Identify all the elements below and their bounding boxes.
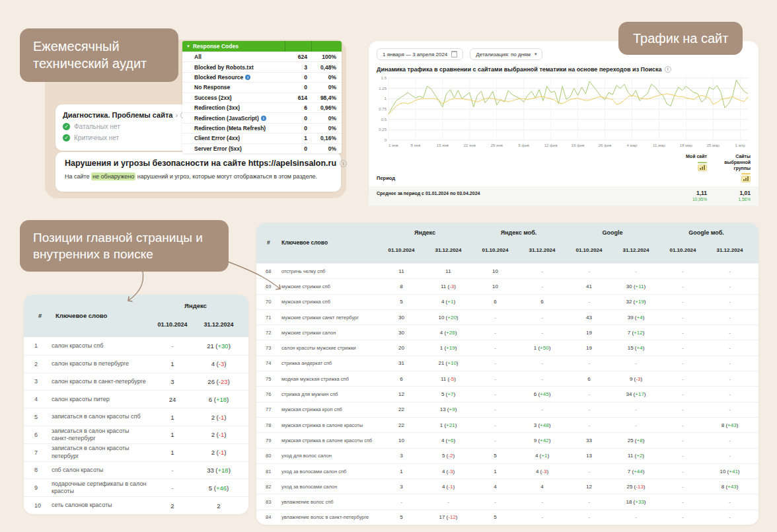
position-value: 5 — [472, 453, 519, 459]
position-value: 7 (+12) — [612, 330, 659, 336]
position-value: 1 — [149, 414, 196, 421]
num-column-header: # — [267, 239, 270, 246]
keyword-row: 84увлажнение волос в санкт-петербурге517… — [256, 510, 758, 525]
position-value: - — [472, 406, 519, 412]
keyword-row: 77мужская стрижка кроп спб2213 (+9)-----… — [256, 402, 758, 417]
big-table-body: 68отстричь челку спб111110-----69мужские… — [256, 263, 758, 525]
position-value: 20 — [378, 345, 425, 351]
response-code-label: No Response — [194, 84, 285, 91]
position-value: - — [706, 453, 753, 459]
position-value: - — [519, 284, 566, 289]
position-value: - — [566, 391, 612, 397]
group-average-value: 1,01 — [739, 190, 751, 196]
position-value: 34 (+17) — [612, 391, 659, 397]
position-value: 12 — [378, 391, 425, 397]
response-code-count: 1 — [285, 135, 307, 141]
diagnostics-items: ✓Фатальных нет✓Критичных нет — [63, 123, 180, 141]
position-value: 5 (+7) — [425, 391, 472, 397]
position-value: - — [659, 422, 706, 428]
position-value: 26 (-23) — [196, 378, 242, 385]
position-value: - — [659, 299, 706, 305]
keyword: записаться в салон красоты петербург — [52, 445, 149, 460]
position-value: 2 — [196, 502, 242, 510]
engine-group-header: Google — [566, 229, 659, 236]
svg-text:4 мар: 4 мар — [627, 143, 638, 147]
row-number: 8 — [34, 467, 52, 473]
row-number: 74 — [266, 360, 281, 366]
position-value: 30 — [378, 330, 425, 336]
position-value: 33 (+18) — [196, 467, 242, 474]
position-value: - — [612, 360, 659, 366]
response-codes-header[interactable]: ▼ Response Codes — [182, 41, 342, 52]
position-value: 13 (+9) — [425, 406, 472, 412]
date-column-header: 01.10.2024 — [149, 321, 196, 328]
response-code-label: Blocked by Robots.txt — [194, 64, 285, 71]
svg-text:1 апр: 1 апр — [735, 143, 746, 147]
row-number: 9 — [34, 484, 52, 491]
position-value: 5 — [472, 514, 519, 520]
my-site-average: 1,11 10,95% — [677, 190, 707, 202]
svg-text:19 фев: 19 фев — [572, 143, 585, 147]
svg-text:25 мар: 25 мар — [707, 143, 720, 147]
row-number: 77 — [266, 406, 281, 412]
response-code-label: Redirection (Meta Refresh) — [194, 125, 285, 132]
keyword-row: 9подарочные сертификаты в салон красоты-… — [24, 478, 248, 496]
response-code-row: Redirection (Meta Refresh)00% — [182, 123, 342, 133]
info-icon[interactable]: i — [340, 160, 347, 167]
response-codes-table: ▼ Response Codes All624100%Blocked by Ro… — [182, 41, 342, 153]
date-range-picker[interactable]: 1 января — 3 апреля 2024 — [377, 48, 463, 60]
position-value: - — [566, 299, 612, 305]
my-site-legend-icon[interactable] — [698, 162, 707, 171]
position-value: - — [659, 391, 706, 397]
svg-text:1,5: 1,5 — [381, 76, 387, 80]
response-code-row: No Response00% — [182, 82, 342, 92]
diagnostics-title-row[interactable]: Диагностика. Проблемы сайта › i — [63, 111, 180, 119]
position-value: - — [519, 268, 566, 274]
group-legend-icon[interactable] — [741, 173, 751, 182]
position-value: - — [519, 315, 566, 321]
collapse-triangle-icon: ▼ — [186, 44, 190, 48]
keyword: записаться в салон красоты спб — [52, 413, 149, 420]
position-value: 6 — [472, 299, 519, 305]
my-site-average-change: 10,95% — [692, 197, 707, 202]
position-value: - — [612, 406, 659, 412]
position-value: - — [566, 499, 612, 505]
position-value: - — [472, 376, 519, 382]
response-code-count: 614 — [285, 95, 307, 101]
svg-text:1,25: 1,25 — [379, 87, 387, 91]
position-value: 4 (-3) — [425, 469, 472, 475]
keyword-row: 70мужская стрижка спб54 (+1)66-32 (+19)-… — [256, 294, 758, 309]
position-value: 18 (+33) — [612, 499, 659, 505]
position-value: 24 — [149, 396, 196, 403]
traffic-summary-header: Период Мой сайт Сайты выбранной группы — [377, 154, 751, 182]
audit-section-label: Ежемесячный технический аудит — [20, 28, 178, 82]
position-value: 10 — [472, 268, 519, 274]
position-value: - — [472, 330, 519, 336]
position-value: - — [706, 514, 753, 520]
position-value: - — [378, 499, 425, 505]
position-value: - — [706, 437, 753, 443]
security-highlight: не обнаружено — [91, 172, 135, 180]
info-icon[interactable]: i — [665, 66, 671, 73]
response-code-label: Blocked Resourcei — [194, 74, 285, 81]
traffic-summary: Период Мой сайт Сайты выбранной группы С… — [377, 154, 751, 206]
position-value: - — [706, 284, 753, 289]
keyword-row: 10сеть салонов красоты22 — [24, 496, 248, 514]
position-value: 5 (-2) — [425, 453, 472, 459]
header-divider — [285, 41, 285, 52]
info-icon[interactable]: i — [261, 116, 266, 121]
positions-table-main: # Ключевое слово Яндекс 01.10.2024 31.12… — [24, 295, 248, 514]
keyword: мужские стрижки санкт петербург — [281, 315, 378, 321]
date-column-header: 01.10.2024 — [566, 247, 612, 253]
yandex-group-header: Яндекс — [149, 302, 242, 309]
security-title-row: Нарушения и угрозы безопасности на сайте… — [65, 159, 332, 168]
keyword-row: 80уход для волос салон35 (-2)54 (+1)1311… — [256, 448, 758, 463]
svg-text:8 янв: 8 янв — [411, 143, 421, 147]
position-value: 9 (-3) — [612, 376, 659, 382]
position-value: 19 — [566, 330, 612, 336]
info-icon[interactable]: i — [245, 75, 250, 80]
chevron-down-icon: ▾ — [535, 52, 537, 57]
detail-dropdown[interactable]: Детализация: по дням ▾ — [470, 48, 542, 60]
average-label: Среднее за период с 01.01.2024 по 03.04.… — [377, 190, 480, 196]
engine-group-header: Google моб. — [659, 229, 753, 236]
